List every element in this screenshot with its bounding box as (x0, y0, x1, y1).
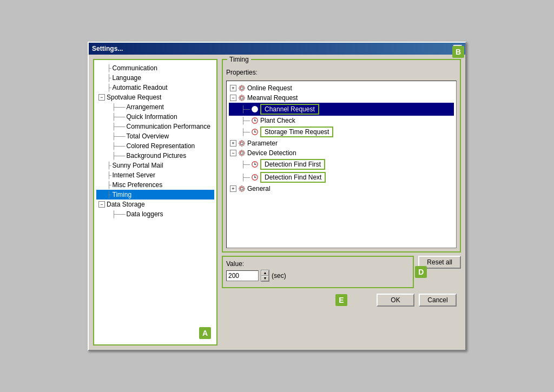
svg-point-3 (239, 95, 245, 101)
sidebar-item-label: Spotvalue Request (107, 94, 161, 101)
prop-label-online-request: Online Request (247, 84, 292, 92)
sidebar-item-label: Quick Information (127, 113, 177, 121)
sidebar-item-label: Arrangement (127, 103, 164, 111)
prop-item-parameter[interactable]: + Parameter (229, 138, 454, 148)
svg-point-17 (239, 141, 245, 146)
prop-label-detection-find-first: Detection Find First (260, 159, 325, 170)
prop-item-detection-find-first[interactable]: ├─ Detection Find First (229, 158, 454, 171)
svg-point-11 (254, 120, 255, 121)
properties-tree: + Online Request− Meanval Request├─ Chan… (229, 83, 454, 194)
sidebar-item-communication[interactable]: ├Communication (96, 63, 214, 73)
svg-point-23 (254, 164, 255, 165)
prop-label-storage-time-request: Storage Time Request (260, 127, 333, 137)
badge-e: E (335, 294, 347, 306)
prop-item-device-detection[interactable]: − Device Detection (229, 148, 454, 158)
sidebar-item-label: Language (113, 74, 141, 82)
prop-item-online-request[interactable]: + Online Request (229, 83, 454, 93)
properties-area: + Online Request− Meanval Request├─ Chan… (226, 81, 457, 248)
cancel-button[interactable]: Cancel (419, 294, 457, 307)
sidebar-item-label: Communication Performance (127, 123, 210, 130)
sidebar-item-sunny-portal-mail[interactable]: ├Sunny Portal Mail (96, 161, 214, 170)
prop-item-general[interactable]: + General (229, 184, 454, 194)
sidebar-item-data-storage[interactable]: −Data Storage (96, 200, 214, 209)
svg-point-27 (254, 177, 255, 178)
settings-window: Settings... ✕ ├Communication├Language├Au… (88, 42, 466, 351)
sidebar-item-communication-performance[interactable]: ├──Communication Performance (96, 122, 214, 131)
sidebar-item-quick-information[interactable]: ├──Quick Information (96, 112, 214, 122)
sidebar-item-misc-preferences[interactable]: ├Misc Preferences (96, 180, 214, 190)
expand-icon[interactable]: − (98, 201, 105, 208)
prop-label-plant-check: Plant Check (260, 117, 295, 124)
svg-point-29 (239, 186, 245, 191)
unit-label: (sec) (272, 272, 286, 280)
sidebar-item-label: Sunny Portal Mail (113, 162, 163, 169)
sidebar-item-label: Data loggers (127, 210, 163, 218)
expand-icon[interactable]: + (230, 185, 236, 192)
badge-a: A (199, 327, 211, 339)
sidebar-item-language[interactable]: ├Language (96, 73, 214, 83)
window-body: ├Communication├Language├Automatic Readou… (89, 55, 465, 350)
prop-label-general: General (247, 185, 271, 192)
prop-label-device-detection: Device Detection (247, 149, 296, 157)
sidebar-item-label: Timing (113, 191, 132, 198)
timing-group: Timing B Properties: + Online Request− M… (222, 59, 461, 253)
sidebar-item-label: Internet Server (113, 171, 155, 179)
value-area: Value: ▲ ▼ (sec) D (222, 256, 414, 288)
expand-icon[interactable]: − (230, 95, 236, 101)
prop-item-meanval-request[interactable]: − Meanval Request (229, 93, 454, 103)
value-label: Value: (226, 260, 410, 268)
window-title: Settings... (92, 45, 123, 52)
sidebar-item-arrangement[interactable]: ├──Arrangement (96, 102, 214, 112)
svg-point-7 (254, 109, 255, 110)
spin-up-button[interactable]: ▲ (261, 270, 269, 276)
sidebar-item-timing[interactable]: ├Timing (96, 190, 214, 200)
sidebar-item-total-overview[interactable]: ├──Total Overview (96, 131, 214, 141)
svg-point-1 (239, 85, 245, 91)
expand-icon[interactable]: + (230, 140, 236, 147)
title-bar: Settings... ✕ (89, 43, 465, 55)
timing-group-label: Timing (227, 56, 251, 63)
sidebar-item-label: Total Overview (127, 132, 169, 140)
sidebar-item-label: Colored Representation (127, 142, 195, 150)
sidebar-item-data-loggers[interactable]: ├──Data loggers (96, 209, 214, 219)
properties-label: Properties: (226, 69, 457, 76)
sidebar-item-label: Background Pictures (127, 152, 187, 160)
expand-icon[interactable]: + (230, 85, 236, 91)
sidebar-item-colored-representation[interactable]: ├──Colored Representation (96, 141, 214, 151)
navigation-tree: ├Communication├Language├Automatic Readou… (96, 63, 214, 219)
badge-d: D (415, 266, 427, 278)
svg-point-19 (239, 150, 245, 156)
sidebar-item-label: Data Storage (107, 201, 145, 208)
prop-label-parameter: Parameter (247, 139, 278, 147)
prop-label-detection-find-next: Detection Find Next (260, 172, 326, 183)
expand-icon[interactable]: − (230, 150, 236, 156)
sidebar-item-spotvalue-request[interactable]: −Spotvalue Request (96, 92, 214, 102)
prop-item-detection-find-next[interactable]: ├─ Detection Find Next (229, 171, 454, 184)
sidebar-item-internet-server[interactable]: ├Internet Server (96, 170, 214, 180)
svg-point-15 (254, 131, 255, 132)
prop-label-channel-request: Channel Request (260, 104, 319, 115)
right-panel: Timing B Properties: + Online Request− M… (222, 59, 461, 346)
sidebar-item-label: Misc Preferences (113, 181, 163, 189)
prop-item-storage-time-request[interactable]: ├─ Storage Time Request (229, 125, 454, 138)
spin-down-button[interactable]: ▼ (261, 276, 269, 281)
ok-button[interactable]: OK (377, 294, 414, 307)
sidebar-item-automatic-readout[interactable]: ├Automatic Readout (96, 83, 214, 92)
sidebar-item-label: Automatic Readout (113, 84, 168, 91)
left-panel: ├Communication├Language├Automatic Readou… (93, 59, 217, 346)
prop-item-plant-check[interactable]: ├─ Plant Check (229, 116, 454, 125)
badge-b: B (452, 46, 464, 58)
prop-item-channel-request[interactable]: ├─ Channel Request (229, 103, 454, 116)
value-row: ▲ ▼ (sec) (226, 270, 410, 282)
value-input[interactable] (226, 270, 259, 281)
prop-label-meanval-request: Meanval Request (247, 94, 298, 102)
expand-icon[interactable]: − (98, 94, 105, 101)
value-spinner: ▲ ▼ (261, 270, 269, 282)
sidebar-item-label: Communication (113, 64, 157, 72)
bottom-row: E OK Cancel (222, 291, 461, 311)
sidebar-item-background-pictures[interactable]: ├──Background Pictures (96, 151, 214, 161)
